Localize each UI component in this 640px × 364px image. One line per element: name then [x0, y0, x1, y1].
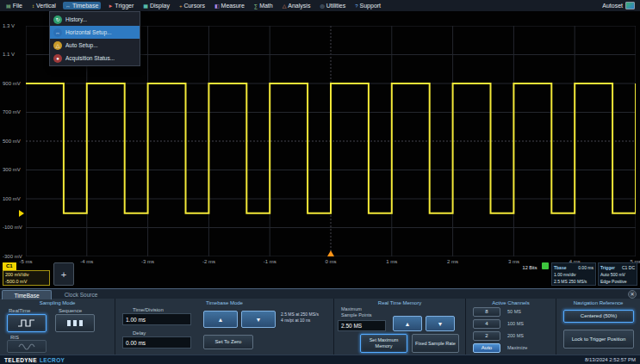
set-maximum-memory-button[interactable]: Set Maximum Memory — [360, 334, 407, 353]
up-arrow-icon: ▲ — [405, 321, 411, 327]
dropdown-item-acquisition-status[interactable]: ●Acquisition Status... — [50, 52, 140, 65]
x-axis-label: -3 ms — [135, 259, 161, 264]
centered-button[interactable]: Centered (50%) — [563, 310, 634, 323]
time-division-label: Time/Division — [133, 307, 164, 312]
channels-8-desc: 50 MS — [507, 309, 521, 314]
menu-bar: ▤File↕Vertical↔Timebase►Trigger▦Display+… — [0, 0, 640, 11]
max-sample-points-label-1: Maximum — [341, 306, 362, 312]
memory-up-button[interactable]: ▲ — [393, 316, 422, 331]
menu-item-display[interactable]: ▦Display — [140, 2, 172, 9]
menu-item-label: Cursors — [183, 3, 205, 9]
section-sampling-mode: Sampling Mode RealTime Sequence RIS — [0, 299, 115, 355]
menu-item-label: Analysis — [288, 3, 310, 9]
display-icon: ▦ — [143, 3, 148, 9]
delay-value: 0.00 ms — [126, 340, 146, 346]
menu-item-vertical[interactable]: ↕Vertical — [29, 2, 59, 9]
dropdown-items: ↻History...↔Horizontal Setup...△Auto Set… — [50, 13, 140, 65]
y-axis-label: 900 mV — [3, 81, 21, 86]
x-axis-label: 1 ms — [379, 259, 405, 264]
ris-button[interactable] — [7, 340, 47, 353]
realtime-label: RealTime — [9, 308, 30, 313]
section-real-time-memory: Real Time Memory Maximum Sample Points 2… — [333, 299, 465, 355]
dropdown-item-label: Acquisition Status... — [65, 55, 115, 61]
delay-field[interactable]: 0.00 ms — [122, 336, 191, 349]
time-division-value: 1.00 ms — [126, 317, 146, 323]
c1-volts-per-div: 200 mV/div — [5, 271, 47, 278]
channels-8-label: 8 — [485, 309, 488, 315]
history-icon: ↻ — [53, 15, 62, 24]
y-axis-label: -300 mV — [3, 254, 22, 259]
timebase-summary-tag[interactable] — [542, 262, 549, 269]
time-division-up-button[interactable]: ▲ — [203, 311, 238, 328]
analysis-icon: △ — [283, 3, 287, 9]
menu-item-label: Support — [360, 3, 382, 9]
brand-teledyne: TELEDYNE — [4, 357, 37, 363]
menu-item-analysis[interactable]: △Analysis — [280, 2, 314, 9]
autoset-label: Autoset — [602, 3, 623, 9]
trigger-icon: ► — [108, 3, 113, 9]
dialog-tab-bar: TimeBase Clock Source ✕ — [0, 288, 640, 299]
delay-label: Delay — [133, 330, 146, 336]
time-division-field[interactable]: 1.00 ms — [122, 313, 191, 325]
channels-4-button[interactable]: 4 — [473, 319, 500, 329]
channels-auto-button[interactable]: Auto — [473, 343, 500, 353]
add-trace-button[interactable]: + — [53, 262, 74, 286]
realtime-button[interactable] — [7, 314, 47, 332]
c1-channel-descriptor[interactable]: C1 200 mV/div -500.0 mV — [3, 262, 50, 286]
memory-down-button[interactable]: ▼ — [426, 316, 455, 331]
time-division-down-button[interactable]: ▼ — [241, 311, 276, 328]
y-axis-label: 1.3 V — [3, 23, 15, 28]
trigger-position-marker[interactable] — [327, 250, 334, 256]
menu-item-math[interactable]: ∑Math — [252, 2, 276, 9]
dialog-close-button[interactable]: ✕ — [628, 290, 637, 299]
set-to-zero-button[interactable]: Set To Zero — [203, 335, 253, 349]
timebase-per-div: 1.00 ms/div — [554, 271, 593, 278]
file-icon: ▤ — [6, 3, 11, 9]
dropdown-item-horizontal-setup[interactable]: ↔Horizontal Setup... — [50, 26, 140, 39]
trigger-source: C1 DC — [622, 264, 635, 271]
support-icon: ? — [355, 3, 357, 9]
channels-2-button[interactable]: 2 — [473, 331, 500, 341]
timebase-mode-header: Timebase Mode — [115, 299, 333, 305]
x-axis-label: 0 ms — [318, 259, 344, 264]
timebase-descriptor[interactable]: Tbase 0.00 ms 1.00 ms/div 2.5 MS 250 MS/… — [551, 262, 596, 286]
sequence-button[interactable] — [55, 314, 95, 332]
horizontal-setup-icon: ↔ — [53, 28, 62, 37]
add-icon: + — [61, 269, 66, 280]
up-arrow-icon: ▲ — [218, 317, 224, 323]
channels-2-label: 2 — [485, 333, 488, 339]
menu-item-measure[interactable]: ◧Measure — [212, 2, 247, 9]
y-axis-label: -100 mV — [3, 225, 22, 230]
max-sample-points-field[interactable]: 2.50 MS — [338, 320, 386, 331]
x-axis-label: -1 ms — [257, 259, 283, 264]
sequence-wave-icon — [65, 318, 84, 328]
menu-item-file[interactable]: ▤File — [3, 2, 25, 9]
trigger-descriptor[interactable]: Trigger C1 DC Auto 500 mV Edge Positive — [598, 262, 637, 286]
x-axis-label: -2 ms — [196, 259, 221, 264]
y-axis-label: 1.1 V — [3, 52, 15, 57]
c1-zero-level-marker[interactable] — [19, 210, 24, 217]
channels-8-button[interactable]: 8 — [473, 307, 500, 317]
autoset-button[interactable]: Autoset — [602, 2, 637, 9]
menu-item-support[interactable]: ?Support — [352, 2, 383, 9]
dropdown-item-history[interactable]: ↻History... — [50, 13, 140, 26]
menu-item-cursors[interactable]: +Cursors — [177, 2, 208, 9]
lock-to-trigger-button[interactable]: Lock to Trigger Position — [563, 330, 634, 349]
menu-item-trigger[interactable]: ►Trigger — [105, 2, 136, 9]
dropdown-item-auto-setup[interactable]: △Auto Setup... — [50, 39, 140, 52]
menu-item-utilities[interactable]: ◎Utilities — [317, 2, 348, 9]
down-arrow-icon: ▼ — [256, 317, 262, 323]
channels-2-desc: 200 MS — [507, 333, 524, 338]
utilities-icon: ◎ — [320, 3, 324, 9]
section-timebase-mode: Timebase Mode Time/Division 1.00 ms ▲ ▼ … — [115, 299, 333, 355]
acquisition-status-icon: ● — [53, 54, 62, 63]
measure-icon: ◧ — [214, 3, 220, 9]
fixed-sample-rate-button[interactable]: Fixed Sample Rate — [412, 334, 459, 353]
menu-item-timebase[interactable]: ↔Timebase — [63, 2, 101, 9]
sequence-label: Sequence — [59, 308, 82, 313]
sample-rate-line2: 4 ns/pt at 10 ns — [281, 318, 332, 324]
x-axis-label: 2 ms — [440, 259, 466, 264]
autoset-icon — [625, 2, 635, 9]
c1-offset: -500.0 mV — [5, 278, 47, 285]
navigation-reference-header: Navigation Reference — [556, 299, 640, 305]
